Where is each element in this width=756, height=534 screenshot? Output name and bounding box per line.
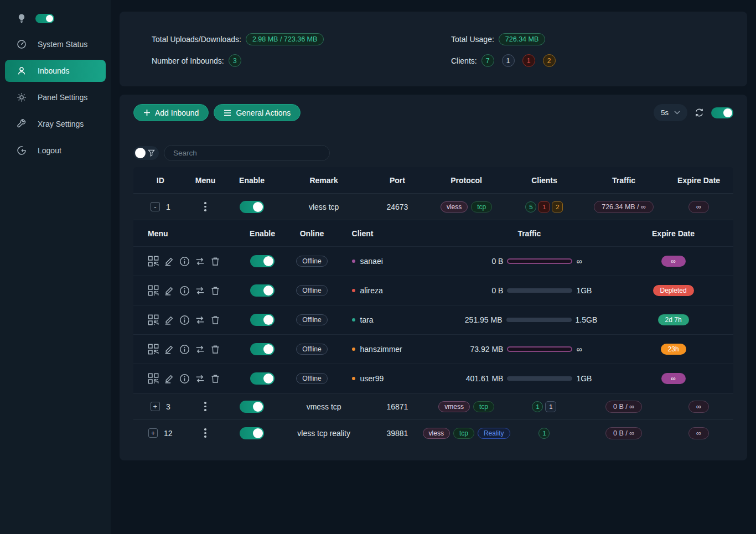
info-icon[interactable] [179,344,190,355]
qr-code-icon[interactable] [148,256,159,267]
client-enable-toggle[interactable] [250,343,275,355]
panel-toolbar: Add Inbound General Actions 5s [133,104,733,121]
funnel-icon [148,149,155,157]
qr-code-icon[interactable] [148,344,159,355]
client-subtable: Menu Enable Online Client Traffic Expire… [133,220,733,393]
qr-code-icon[interactable] [148,373,159,384]
collapse-row-button[interactable]: - [151,202,160,211]
theme-switch[interactable] [35,14,54,23]
edit-icon[interactable] [164,374,174,384]
edit-icon[interactable] [164,286,174,296]
stats-right: Total Usage: 726.34 MB Clients: 7 1 1 2 [451,33,556,86]
client-color-dot [352,260,355,263]
inbound-enable-toggle[interactable] [240,427,264,439]
kebab-menu-icon[interactable] [201,200,210,214]
client-traffic-cell: 251.95 MB 1.5GB [446,315,614,324]
inbound-enable-toggle[interactable] [240,401,264,413]
clients-disabled-count: 1 [545,401,556,412]
sidebar-item-panel-settings[interactable]: Panel Settings [0,84,111,111]
client-expire-cell: 2d 7h [613,314,733,325]
menu-cell [188,400,224,413]
uploads-value-badge: 2.98 MB / 723.36 MB [246,33,324,45]
protocol-badge-vless: vless [441,201,468,212]
inbounds-panel: Add Inbound General Actions 5s [120,95,747,460]
auto-refresh-toggle[interactable] [711,107,733,118]
trash-icon[interactable] [210,315,220,325]
stat-label: Total Uploads/Downloads: [152,35,241,44]
trash-icon[interactable] [210,256,220,267]
reset-traffic-icon[interactable] [195,374,205,384]
client-enable-toggle[interactable] [250,372,275,385]
search-input[interactable] [164,145,330,161]
protocol-cell: vless tcp Reality [427,428,505,439]
inbounds-table: ID Menu Enable Remark Port Protocol Clie… [133,167,733,446]
col-id: ID [133,176,188,185]
client-traffic-cell: 0 B 1GB [446,286,614,295]
reset-traffic-icon[interactable] [195,344,205,355]
clients-expiring-badge: 2 [543,54,556,67]
expire-cell: ∞ [664,401,733,413]
reset-traffic-icon[interactable] [195,256,205,267]
client-row-user99: Offline user99 401.61 MB 1GB [133,364,733,393]
expire-badge: ∞ [688,201,709,213]
general-actions-button[interactable]: General Actions [214,104,301,121]
sidebar-item-xray-settings[interactable]: Xray Settings [0,111,111,137]
sidebar-item-inbounds[interactable]: Inbounds [5,60,106,82]
traffic-bar [507,376,572,381]
info-icon[interactable] [179,286,190,296]
client-enable-toggle[interactable] [250,255,275,267]
inbound-row-12: + 12 vless tcp reality 39881 vless tcp R [133,419,733,446]
client-enable-toggle[interactable] [250,284,275,297]
lightbulb-icon [17,13,27,23]
trash-icon[interactable] [210,286,220,296]
refresh-interval-value: 5s [661,108,669,117]
trash-icon[interactable] [210,374,220,384]
traffic-bar [507,258,572,264]
online-status-badge: Offline [296,314,327,325]
refresh-interval-select[interactable]: 5s [654,104,687,121]
expand-row-button[interactable]: + [151,402,160,411]
inbound-enable-toggle[interactable] [240,201,264,213]
remark-cell: vmess tcp [281,402,367,411]
refresh-icon[interactable] [695,108,704,117]
stat-label: Total Usage: [451,35,494,44]
client-online-cell: Offline [286,256,337,267]
traffic-cell: 726.34 MB / ∞ [583,201,664,213]
expire-badge: 23h [661,344,686,355]
traffic-badge: 0 B / ∞ [605,427,642,439]
reset-traffic-icon[interactable] [195,286,205,296]
qr-code-icon[interactable] [148,285,159,296]
enable-cell [224,401,281,413]
expand-row-button[interactable]: + [148,428,158,438]
reset-traffic-icon[interactable] [195,315,205,325]
qr-code-icon[interactable] [148,314,159,325]
filter-toggle[interactable] [133,146,159,160]
clients-summary: Clients: 7 1 1 2 [451,54,556,67]
sidebar-item-logout[interactable]: Logout [0,137,111,164]
edit-icon[interactable] [164,315,174,325]
menu-cell [188,426,224,440]
filter-toggle-knob [135,148,146,158]
add-inbound-button[interactable]: Add Inbound [133,104,209,121]
remark-cell: vless tcp reality [281,429,367,438]
client-actions [133,344,239,355]
kebab-menu-icon[interactable] [201,400,210,413]
trash-icon[interactable] [210,344,220,355]
kebab-menu-icon[interactable] [201,426,210,440]
sidebar-item-system-status[interactable]: System Status [0,31,111,58]
protocol-badge-vmess: vmess [438,401,470,412]
traffic-badge: 726.34 MB / ∞ [594,201,654,213]
col-menu: Menu [188,176,224,185]
inbounds-count-badge: 3 [229,54,241,67]
info-icon[interactable] [179,256,190,267]
client-traffic-cell: 0 B ∞ [446,257,614,266]
client-enable-toggle[interactable] [250,314,275,326]
info-icon[interactable] [179,315,190,325]
traffic-used: 401.61 MB [462,374,503,383]
edit-icon[interactable] [164,344,174,355]
app-root: System Status Inbounds Panel Settings Xr… [0,0,756,534]
edit-icon[interactable] [164,256,174,267]
main-content: Total Uploads/Downloads: 2.98 MB / 723.3… [111,0,756,534]
traffic-limit: ∞ [576,257,596,266]
info-icon[interactable] [179,374,190,384]
